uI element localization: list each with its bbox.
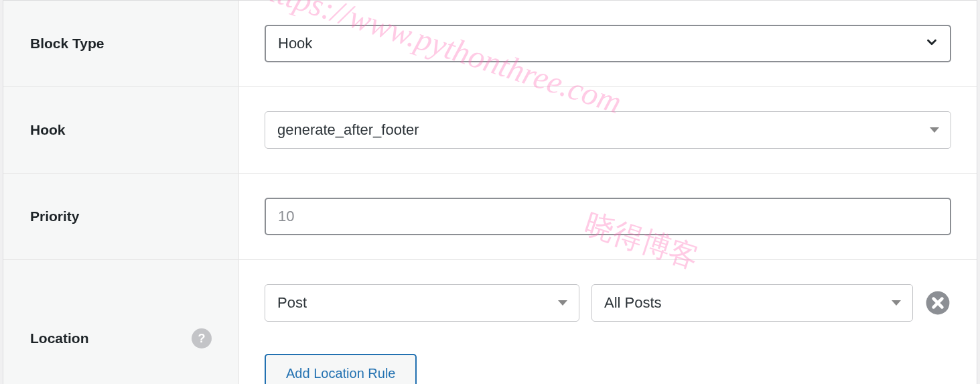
priority-control-cell (239, 174, 977, 259)
priority-row: Priority (3, 174, 977, 260)
location-label-cell: Location ? (3, 260, 239, 384)
add-location-rule-button[interactable]: Add Location Rule (265, 354, 417, 384)
help-icon[interactable]: ? (192, 328, 212, 348)
block-type-select[interactable]: Hook (265, 25, 951, 62)
block-type-select-wrapper: Hook (265, 25, 951, 62)
priority-label-cell: Priority (3, 174, 239, 259)
hook-value: generate_after_footer (277, 121, 419, 139)
block-type-label-cell: Block Type (3, 1, 239, 86)
location-target-wrapper: All Posts (591, 284, 913, 322)
location-control-cell: Post All Posts Add (239, 260, 977, 384)
location-target-select[interactable]: All Posts (591, 284, 913, 322)
priority-input[interactable] (265, 198, 951, 235)
priority-label: Priority (30, 208, 80, 225)
block-type-row: Block Type Hook (3, 1, 977, 87)
hook-row: Hook generate_after_footer (3, 87, 977, 174)
hook-label: Hook (30, 122, 66, 138)
hook-select-wrapper: generate_after_footer (265, 111, 951, 149)
hook-control-cell: generate_after_footer (239, 87, 977, 173)
location-label: Location (30, 330, 89, 346)
block-type-control-cell: Hook (239, 1, 977, 86)
block-type-value: Hook (278, 35, 312, 52)
location-row: Location ? Post All Posts (3, 260, 977, 384)
hook-label-cell: Hook (3, 87, 239, 173)
remove-rule-button[interactable] (925, 290, 951, 316)
block-settings-metabox: Block Type Hook Hook generate_after_foot… (3, 0, 977, 384)
location-condition-select[interactable]: Post (265, 284, 579, 322)
location-target-value: All Posts (604, 294, 662, 312)
location-rule-row: Post All Posts (265, 284, 951, 322)
location-condition-value: Post (277, 294, 307, 312)
hook-select[interactable]: generate_after_footer (265, 111, 951, 149)
location-condition-wrapper: Post (265, 284, 579, 322)
block-type-label: Block Type (30, 36, 104, 52)
add-location-rule-label: Add Location Rule (286, 366, 395, 381)
